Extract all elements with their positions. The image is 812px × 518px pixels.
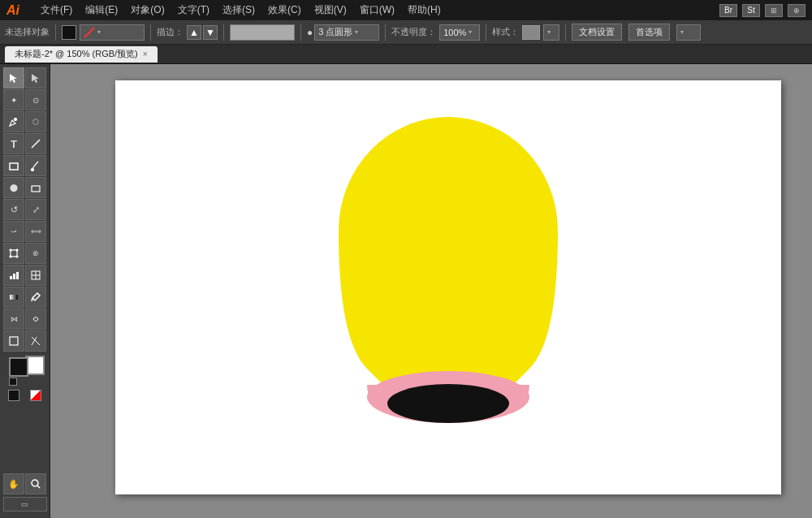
width-tool[interactable]: ⟺: [25, 221, 46, 242]
svg-point-3: [15, 119, 17, 121]
type-tool[interactable]: T: [3, 133, 24, 154]
eraser-tool[interactable]: [25, 177, 46, 198]
opacity-dropdown-arrow: ▾: [469, 28, 472, 36]
fill-color-swatch[interactable]: [62, 25, 76, 40]
tool-row-5: [3, 155, 46, 176]
svg-rect-21: [10, 337, 18, 345]
stroke-type-dropdown[interactable]: ▾: [80, 24, 145, 41]
pen-tool[interactable]: [3, 111, 24, 132]
style-dropdown[interactable]: ▾: [543, 24, 559, 41]
stroke-size-dropdown[interactable]: 3 点圆形 ▾: [314, 24, 379, 41]
separator-5: [385, 24, 386, 41]
paintbrush-tool[interactable]: [25, 155, 46, 176]
line-tool[interactable]: [25, 133, 46, 154]
extra-dropdown-arrow: ▾: [680, 28, 684, 36]
reset-colors-icon[interactable]: [9, 378, 17, 386]
foreground-color[interactable]: [9, 357, 28, 377]
opacity-value: 100%: [443, 28, 466, 37]
menu-edit[interactable]: 编辑(E): [80, 2, 123, 19]
extra-colors-row: [3, 390, 46, 401]
select-tool[interactable]: [3, 67, 24, 88]
artboard: [115, 80, 781, 494]
stroke-label: 描边：: [157, 26, 184, 38]
toolbar: 未选择对象 ▾ 描边： ▲ ▼ ● 3 点圆形 ▾ 不透明度： 100% ▾ 样…: [0, 20, 812, 45]
svg-rect-15: [16, 272, 19, 279]
svg-point-28: [387, 384, 509, 423]
svg-point-6: [32, 169, 34, 171]
title-bar: Ai 文件(F) 编辑(E) 对象(O) 文字(T) 选择(S) 效果(C) 视…: [0, 0, 812, 20]
search-ext-icon[interactable]: ⊕: [788, 4, 806, 17]
column-graph-tool[interactable]: [3, 265, 24, 286]
tool-row-7: ↺ ⤢: [3, 199, 46, 220]
separator-7: [565, 24, 566, 41]
stroke-input[interactable]: [230, 24, 295, 41]
bottom-tools-row: ✋: [3, 473, 46, 494]
menu-window[interactable]: 窗口(W): [355, 2, 400, 19]
scale-tool[interactable]: ⤢: [25, 199, 46, 220]
tool-row-3: ⬡: [3, 111, 46, 132]
svg-point-24: [32, 480, 38, 486]
live-paint-tool[interactable]: [25, 309, 46, 330]
opacity-dropdown[interactable]: 100% ▾: [439, 24, 480, 41]
eyedropper-tool[interactable]: [25, 287, 46, 308]
menu-object[interactable]: 对象(O): [126, 2, 169, 19]
opacity-label: 不透明度：: [391, 26, 436, 38]
warp-tool[interactable]: ⤻: [3, 221, 24, 242]
stock-icon[interactable]: St: [742, 4, 760, 17]
svg-rect-19: [10, 295, 18, 300]
menu-file[interactable]: 文件(F): [36, 2, 77, 19]
no-fill-swatch[interactable]: [8, 390, 19, 401]
bridge-icon[interactable]: Br: [719, 4, 737, 17]
stroke-down-arrow[interactable]: ▼: [203, 25, 218, 40]
preferences-button[interactable]: 首选项: [628, 24, 670, 41]
document-tab[interactable]: 未标题-2* @ 150% (RGB/预览) ×: [5, 46, 158, 63]
gradient-tool[interactable]: [3, 287, 24, 308]
menu-view[interactable]: 视图(V): [309, 2, 352, 19]
main-area: ✦ ⊙ ⬡ T: [0, 64, 812, 518]
rotate-tool[interactable]: ↺: [3, 199, 24, 220]
separator-3: [223, 24, 224, 41]
grid-icon[interactable]: ⊞: [765, 4, 783, 17]
symbol-spray-tool[interactable]: ⊛: [25, 243, 46, 264]
ai-logo: Ai: [6, 3, 29, 18]
zoom-tool[interactable]: [25, 473, 46, 494]
hand-tool[interactable]: ✋: [3, 473, 24, 494]
doc-settings-button[interactable]: 文档设置: [572, 24, 622, 41]
direct-select-tool[interactable]: [25, 67, 46, 88]
menu-effect[interactable]: 效果(C): [263, 2, 306, 19]
stroke-up-arrow[interactable]: ▲: [187, 25, 201, 40]
tab-bar: 未标题-2* @ 150% (RGB/预览) ×: [0, 45, 812, 64]
tab-close-button[interactable]: ×: [143, 50, 148, 58]
toolbox: ✦ ⊙ ⬡ T: [0, 64, 50, 518]
style-swatch[interactable]: [522, 25, 540, 40]
tool-row-11: [3, 287, 46, 308]
svg-rect-5: [10, 163, 18, 170]
tool-row-1: [3, 67, 46, 88]
lasso-tool[interactable]: ⊙: [25, 89, 46, 110]
menu-text[interactable]: 文字(T): [173, 2, 214, 19]
artboard-tool[interactable]: [3, 330, 24, 352]
menu-bar: 文件(F) 编辑(E) 对象(O) 文字(T) 选择(S) 效果(C) 视图(V…: [36, 2, 446, 19]
tool-row-12: ⋈: [3, 309, 46, 330]
free-transform-tool[interactable]: [3, 243, 24, 264]
stroke-dropdown-arrow: ▾: [355, 28, 358, 36]
menu-select[interactable]: 选择(S): [218, 2, 260, 19]
svg-rect-13: [10, 276, 12, 279]
color-mode-icon[interactable]: [30, 390, 41, 401]
anchor-point-tool[interactable]: ⬡: [25, 111, 46, 132]
no-selection-label: 未选择对象: [5, 26, 50, 38]
menu-help[interactable]: 帮助(H): [403, 2, 446, 19]
canvas-area[interactable]: [50, 64, 812, 518]
blend-tool[interactable]: ⋈: [3, 309, 24, 330]
svg-marker-2: [32, 74, 39, 83]
dot-icon: ●: [307, 27, 313, 38]
title-bar-icons: Br St ⊞ ⊕: [719, 4, 806, 17]
extra-dropdown[interactable]: ▾: [676, 24, 701, 41]
separator-1: [55, 24, 56, 41]
mesh-tool[interactable]: [25, 265, 46, 286]
rectangle-tool[interactable]: [3, 155, 24, 176]
magic-wand-tool[interactable]: ✦: [3, 89, 24, 110]
blob-brush-tool[interactable]: ⬤: [3, 177, 24, 198]
slice-tool[interactable]: [25, 330, 46, 352]
screen-mode-tool[interactable]: ▭: [3, 497, 47, 512]
